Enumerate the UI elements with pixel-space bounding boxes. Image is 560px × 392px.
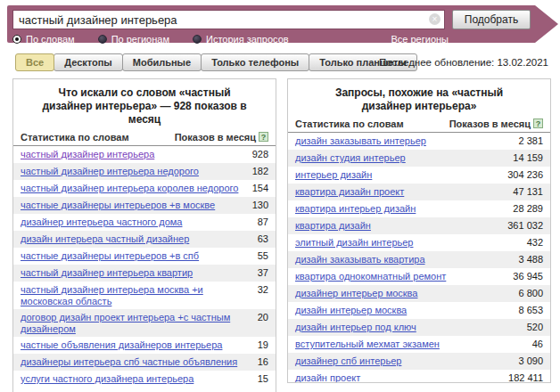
keyword-link[interactable]: частный дизайнер интерьера [21, 149, 154, 160]
all-regions-link[interactable]: Все регионы [391, 34, 449, 45]
impressions-count: 520 [527, 322, 543, 333]
table-row: элитный дизайн интерьер432 [288, 234, 550, 251]
impressions-count: 432 [527, 237, 543, 249]
radio-icon[interactable] [193, 35, 202, 44]
keyword-link[interactable]: частный дизайнер интерьера недорого [21, 166, 199, 177]
keyword-link[interactable]: дизайн интерьер под ключ [295, 322, 416, 333]
keyword-link[interactable]: дизайн проект [295, 372, 360, 383]
impressions-count: 36 945 [513, 271, 543, 282]
impressions-count: 130 [252, 200, 268, 211]
radio-icon[interactable] [98, 35, 107, 44]
keyword-link[interactable]: вступительный мехмат экзамен [295, 339, 440, 350]
table-row: квартира дизайн361 032 [288, 217, 550, 234]
table-row: частный дизайнер интерьера квартир37 [13, 265, 276, 282]
impressions-count: 182 [252, 166, 268, 177]
similar-queries-panel: Запросы, похожие на «частный дизайнер ин… [287, 78, 551, 383]
table-row: интерьер дизайн304 236 [288, 167, 550, 184]
keyword-link[interactable]: квартира дизайн проект [295, 186, 404, 198]
table-row: частный дизайнер интерьера недорого182 [13, 163, 276, 180]
mode-radio[interactable]: По словам [12, 34, 75, 45]
keyword-link[interactable]: частные дизайнеры интерьеров +в москве [21, 200, 215, 211]
keyword-link[interactable]: дизайнер спб интерьер [295, 355, 401, 367]
impressions-count: 63 [258, 233, 268, 245]
impressions-count: 2 381 [518, 135, 543, 147]
table-row: вступительный мехмат экзамен46 [288, 336, 550, 353]
mode-row: По словамПо регионамИстория запросов Все… [12, 32, 531, 45]
keyword-link[interactable]: элитный дизайн интерьер [295, 237, 414, 249]
table-row: дизайн заказывать квартира3 488 [288, 251, 550, 268]
impressions-count: 154 [252, 183, 268, 194]
keyword-link[interactable]: дизайн заказывать квартира [295, 254, 425, 265]
table-row: услуги частного дизайнера интерьера15 [13, 371, 276, 388]
searched-with-word-panel: Что искали со словом «частный дизайнер и… [12, 78, 276, 392]
mode-label: По регионам [111, 34, 169, 45]
impressions-count: 46 [532, 339, 543, 350]
keyword-link[interactable]: дизайн интерьер москва [295, 305, 407, 316]
keyword-link[interactable]: частные дизайнеры интерьеров +в спб [21, 250, 199, 262]
impressions-count: 6 800 [518, 288, 543, 299]
panel-title: Что искали со словом «частный дизайнер и… [13, 79, 276, 129]
table-row: дизайн заказывать интерьер2 381 [288, 133, 550, 150]
impressions-count: 3 090 [518, 355, 543, 367]
keyword-link[interactable]: частные объявления дизайнеров интерьера [21, 339, 222, 351]
keyword-link[interactable]: дизайнер интерьер москва [295, 288, 417, 299]
keyword-link[interactable]: дизайн заказывать интерьер [295, 135, 426, 147]
column-header-impressions: Показов в месяц? [449, 118, 543, 129]
table-row: частные объявления дизайнеров интерьера1… [13, 337, 276, 354]
keyword-link[interactable]: квартира интерьер дизайн [295, 203, 416, 215]
table-row: дизайнер спб интерьер3 090 [288, 353, 550, 370]
impressions-count: 37 [258, 267, 268, 279]
impressions-count: 20 [258, 312, 268, 323]
table-row: частный дизайнер интерьера москва +и мос… [13, 282, 276, 309]
keyword-link[interactable]: дизайн студия интерьер [295, 152, 406, 164]
keyword-link[interactable]: дизайнер интерьера частного дома [21, 216, 182, 228]
keyword-link[interactable]: частный дизайнер интерьера королев недор… [21, 183, 238, 194]
keyword-link[interactable]: квартира дизайн [295, 220, 371, 232]
keyword-link[interactable]: квартира однокомнатный ремонт [295, 271, 446, 282]
keyword-link[interactable]: договор дизайн проект интерьера +с частн… [21, 312, 249, 335]
banner-arrow-shape [535, 5, 558, 43]
impressions-count: 361 032 [507, 220, 543, 232]
impressions-count: 28 289 [513, 203, 543, 215]
tab-active[interactable]: Все [15, 53, 54, 71]
impressions-count: 182 411 [508, 372, 543, 383]
clear-icon[interactable]: × [429, 13, 441, 25]
table-row: дизайн интерьер под ключ520 [288, 319, 550, 336]
table-row: частный дизайнер интерьера королев недор… [13, 180, 276, 197]
keyword-link[interactable]: дизайнеры интерьера спб частные объявлен… [21, 356, 237, 368]
tab-device[interactable]: Только телефоны [201, 53, 309, 71]
keyword-link[interactable]: дизайн интерьера частный дизайнер [21, 233, 189, 245]
table-row: квартира дизайн проект47 131 [288, 184, 550, 200]
device-tabs: ВсеДесктопыМобильныеТолько телефоныТольк… [16, 53, 417, 71]
impressions-count: 928 [252, 149, 268, 160]
table-row: дизайнер интерьер москва6 800 [288, 285, 550, 302]
help-icon[interactable]: ? [259, 132, 268, 142]
table-row: дизайнеры интерьера спб частные объявлен… [13, 354, 276, 371]
keyword-link[interactable]: услуги частного дизайнера интерьера [21, 373, 194, 385]
tab-device[interactable]: Десктопы [54, 53, 123, 71]
keyword-link[interactable]: частный дизайнер интерьера москва +и мос… [21, 284, 249, 307]
table-row: дизайн интерьер москва8 653 [288, 302, 550, 319]
impressions-count: 304 236 [507, 169, 543, 181]
mode-radio[interactable]: По регионам [98, 34, 169, 45]
mode-radio[interactable]: История запросов [193, 34, 289, 45]
impressions-count: 15 [258, 373, 268, 385]
table-row: частный дизайнер интерьера928 [13, 146, 276, 163]
impressions-count: 14 159 [513, 152, 543, 164]
panel-title: Запросы, похожие на «частный дизайнер ин… [288, 79, 550, 116]
impressions-count: 87 [258, 216, 268, 228]
keyword-link[interactable]: частный дизайнер интерьера квартир [21, 267, 193, 279]
tab-device[interactable]: Мобильные [122, 53, 202, 71]
column-header-impressions: Показов в месяц? [175, 132, 268, 143]
submit-button[interactable]: Подобрать [452, 10, 531, 29]
mode-label: По словам [26, 34, 75, 45]
table-row: частные дизайнеры интерьеров +в москве13… [13, 197, 276, 214]
search-input[interactable] [12, 10, 445, 29]
help-icon[interactable]: ? [533, 118, 543, 128]
table-row: квартира интерьер дизайн28 289 [288, 200, 550, 217]
search-banner: × Подобрать По словамПо регионамИстория … [7, 5, 535, 43]
table-row: частные дизайнеры интерьеров +в спб55 [13, 248, 276, 265]
column-header-keywords: Статистика по словам [21, 132, 129, 143]
keyword-link[interactable]: интерьер дизайн [295, 169, 372, 181]
radio-icon[interactable] [12, 35, 21, 44]
